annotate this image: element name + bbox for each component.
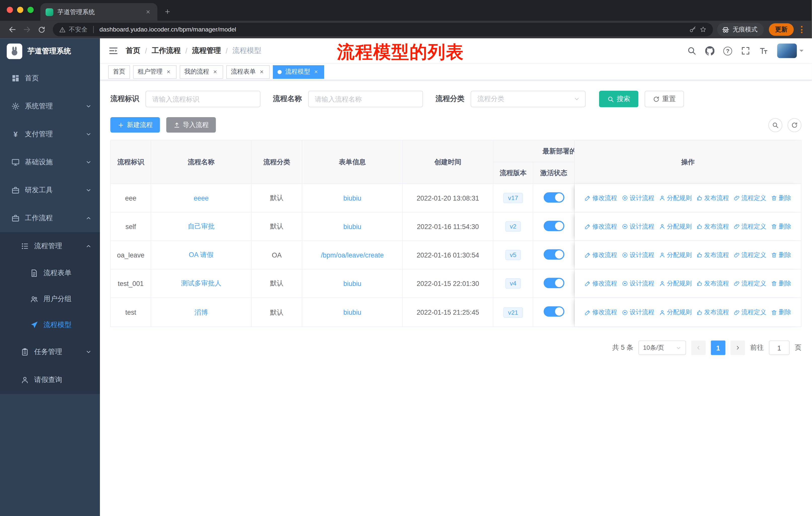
process-category-select[interactable]: 流程分类 xyxy=(471,91,586,107)
toggle-search-button[interactable] xyxy=(768,118,783,132)
process-name-link[interactable]: 滔博 xyxy=(194,308,208,316)
tag-close-icon[interactable] xyxy=(258,69,265,75)
action-design-process[interactable]: 设计流程 xyxy=(622,279,655,288)
fullscreen-icon[interactable] xyxy=(741,46,750,55)
action-delete[interactable]: 删除 xyxy=(771,222,791,231)
action-process-definition[interactable]: 流程定义 xyxy=(734,308,766,317)
active-status-toggle[interactable] xyxy=(544,192,564,202)
sidebar-collapse-icon[interactable] xyxy=(108,46,119,56)
tab-close-icon[interactable] xyxy=(144,8,152,16)
sidebar-item-home[interactable]: 首页 xyxy=(0,64,100,92)
action-publish-process[interactable]: 发布流程 xyxy=(696,193,729,202)
tag-close-icon[interactable] xyxy=(165,69,172,75)
sidebar-item-process-form[interactable]: 流程表单 xyxy=(0,260,100,286)
action-publish-process[interactable]: 发布流程 xyxy=(696,222,729,231)
tag-process-form[interactable]: 流程表单 xyxy=(226,65,270,78)
reset-button[interactable]: 重置 xyxy=(645,91,684,107)
sidebar-item-leave-query[interactable]: 请假查询 xyxy=(0,366,100,394)
form-info-link[interactable]: /bpm/oa/leave/create xyxy=(321,251,384,259)
search-button[interactable]: 搜索 xyxy=(599,91,638,107)
form-info-link[interactable]: biubiu xyxy=(343,280,361,288)
breadcrumb-process-management[interactable]: 流程管理 xyxy=(192,46,221,55)
sidebar-item-infrastructure[interactable]: 基础设施 xyxy=(0,148,100,176)
breadcrumb-workflow[interactable]: 工作流程 xyxy=(151,46,180,55)
sidebar-item-workflow[interactable]: 工作流程 xyxy=(0,204,100,232)
browser-tab[interactable]: 芋道管理系统 xyxy=(40,3,157,21)
user-menu[interactable] xyxy=(777,44,804,58)
action-modify-process[interactable]: 修改流程 xyxy=(584,251,617,260)
sidebar-item-system[interactable]: 系统管理 xyxy=(0,92,100,120)
process-name-link[interactable]: 测试多审批人 xyxy=(181,279,221,287)
sidebar-item-user-group[interactable]: 用户分组 xyxy=(0,286,100,312)
process-name-link[interactable]: eeee xyxy=(194,194,208,202)
action-design-process[interactable]: 设计流程 xyxy=(622,193,655,202)
action-process-definition[interactable]: 流程定义 xyxy=(734,222,766,231)
tag-tenant-management[interactable]: 租户管理 xyxy=(133,65,177,78)
action-modify-process[interactable]: 修改流程 xyxy=(584,193,617,202)
bookmark-star-icon[interactable] xyxy=(699,26,707,33)
refresh-table-button[interactable] xyxy=(788,118,802,132)
form-info-link[interactable]: biubiu xyxy=(343,222,361,230)
avatar[interactable] xyxy=(777,44,797,58)
font-size-icon[interactable] xyxy=(759,46,768,55)
tag-home[interactable]: 首页 xyxy=(108,65,130,78)
reload-button[interactable] xyxy=(34,22,49,37)
search-icon[interactable] xyxy=(687,46,696,55)
active-status-toggle[interactable] xyxy=(544,220,564,231)
action-assign-rule[interactable]: 分配规则 xyxy=(659,308,692,317)
action-delete[interactable]: 删除 xyxy=(771,308,791,317)
action-design-process[interactable]: 设计流程 xyxy=(622,251,655,260)
page-size-select[interactable]: 10条/页 xyxy=(638,341,686,355)
goto-page-input[interactable] xyxy=(769,341,790,355)
sidebar-item-process-management[interactable]: 流程管理 xyxy=(0,232,100,260)
action-publish-process[interactable]: 发布流程 xyxy=(696,308,729,317)
form-info-link[interactable]: biubiu xyxy=(343,194,361,202)
forward-button[interactable] xyxy=(20,22,34,37)
next-page-button[interactable] xyxy=(730,341,745,355)
action-assign-rule[interactable]: 分配规则 xyxy=(659,193,692,202)
active-status-toggle[interactable] xyxy=(544,306,564,317)
password-key-icon[interactable] xyxy=(689,26,696,33)
process-name-link[interactable]: OA 请假 xyxy=(189,251,213,259)
action-publish-process[interactable]: 发布流程 xyxy=(696,279,729,288)
active-status-toggle[interactable] xyxy=(544,249,564,259)
action-delete[interactable]: 删除 xyxy=(771,193,791,202)
sidebar-item-devtools[interactable]: 研发工具 xyxy=(0,176,100,204)
github-icon[interactable] xyxy=(705,46,715,55)
action-assign-rule[interactable]: 分配规则 xyxy=(659,279,692,288)
action-design-process[interactable]: 设计流程 xyxy=(622,308,655,317)
breadcrumb-home[interactable]: 首页 xyxy=(126,46,141,55)
process-id-input[interactable] xyxy=(145,91,261,107)
tag-my-process[interactable]: 我的流程 xyxy=(180,65,223,78)
action-assign-rule[interactable]: 分配规则 xyxy=(659,251,692,260)
action-delete[interactable]: 删除 xyxy=(771,251,791,260)
action-assign-rule[interactable]: 分配规则 xyxy=(659,222,692,231)
help-icon[interactable] xyxy=(723,46,732,55)
action-design-process[interactable]: 设计流程 xyxy=(622,222,655,231)
process-name-link[interactable]: 自己审批 xyxy=(188,222,215,230)
form-info-link[interactable]: biubiu xyxy=(343,308,361,316)
action-modify-process[interactable]: 修改流程 xyxy=(584,308,617,317)
tag-process-model[interactable]: 流程模型 xyxy=(273,65,324,78)
action-process-definition[interactable]: 流程定义 xyxy=(734,279,766,288)
sidebar-item-process-model[interactable]: 流程模型 xyxy=(0,312,100,338)
import-process-button[interactable]: 导入流程 xyxy=(166,117,216,133)
action-process-definition[interactable]: 流程定义 xyxy=(734,193,766,202)
action-publish-process[interactable]: 发布流程 xyxy=(696,251,729,260)
create-process-button[interactable]: 新建流程 xyxy=(110,117,160,133)
browser-menu-icon[interactable] xyxy=(799,24,805,35)
tag-close-icon[interactable] xyxy=(313,69,319,75)
active-status-toggle[interactable] xyxy=(544,278,564,288)
address-bar[interactable]: 不安全 dashboard.yudao.iocoder.cn/bpm/manag… xyxy=(53,23,713,36)
window-close-button[interactable] xyxy=(7,7,13,13)
prev-page-button[interactable] xyxy=(691,341,706,355)
page-1-button[interactable]: 1 xyxy=(711,341,725,355)
window-zoom-button[interactable] xyxy=(27,7,34,13)
sidebar-item-task-management[interactable]: 任务管理 xyxy=(0,338,100,366)
action-delete[interactable]: 删除 xyxy=(771,279,791,288)
new-tab-button[interactable] xyxy=(160,3,175,19)
process-name-input[interactable] xyxy=(308,91,423,107)
window-minimize-button[interactable] xyxy=(17,7,23,13)
action-process-definition[interactable]: 流程定义 xyxy=(734,251,766,260)
sidebar-item-payment[interactable]: ¥ 支付管理 xyxy=(0,120,100,148)
